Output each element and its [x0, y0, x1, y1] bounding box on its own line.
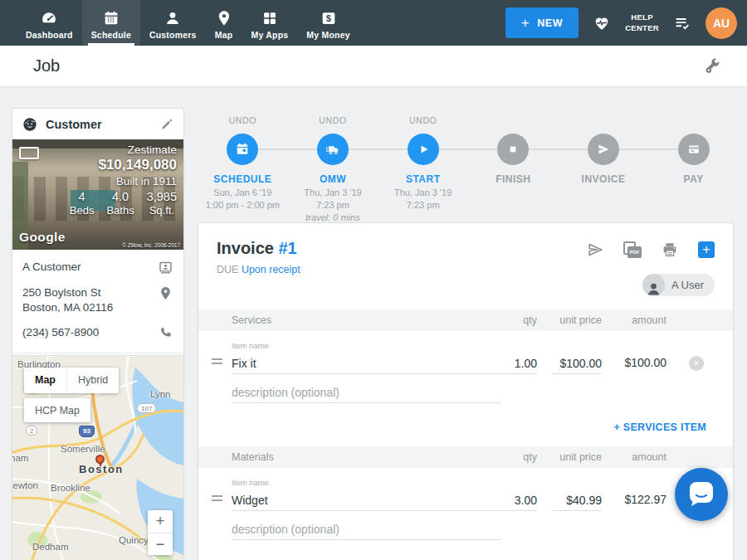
- nav-item-schedule[interactable]: Schedule: [82, 0, 140, 46]
- customer-phone: (234) 567-8900: [22, 325, 99, 340]
- send-invoice-icon[interactable]: [586, 241, 604, 259]
- service-qty-input[interactable]: [487, 353, 537, 374]
- service-item-name-input[interactable]: [232, 353, 487, 374]
- help-center-link[interactable]: HELP CENTER: [625, 12, 659, 33]
- job-tools-icon[interactable]: [702, 56, 722, 76]
- route-badge-2: 2: [26, 426, 37, 436]
- add-services-item-link[interactable]: + SERVICES ITEM: [613, 421, 706, 433]
- unit-price-column-header: unit price: [537, 314, 602, 326]
- chat-icon: [687, 480, 715, 509]
- undo-omw-link[interactable]: UNDO: [319, 115, 346, 127]
- undo-start-link[interactable]: UNDO: [409, 115, 437, 127]
- service-description-input[interactable]: [232, 382, 500, 403]
- nav-item-dashboard[interactable]: Dashboard: [17, 0, 82, 46]
- zillow-copyright: © Zillow, Inc. 2006-2017: [122, 242, 180, 248]
- drag-handle-icon[interactable]: [212, 493, 232, 511]
- customer-phone-row: (234) 567-8900: [22, 325, 173, 341]
- zoom-out-button[interactable]: −: [148, 533, 173, 555]
- service-unit-price-input[interactable]: [552, 353, 602, 374]
- map-place-brookline: Brookline: [51, 483, 90, 493]
- material-item-name-input[interactable]: [232, 490, 487, 511]
- sqft-value: 3,985: [147, 190, 177, 203]
- baths-value: 4.0: [106, 190, 134, 203]
- map-type-hybrid-button[interactable]: Hybrid: [66, 368, 119, 393]
- assigned-user-chip[interactable]: A User: [642, 274, 715, 296]
- qty-column-header: qty: [487, 451, 537, 463]
- baths-label: Baths: [106, 204, 134, 217]
- interstate-shield-93: 93: [79, 426, 95, 437]
- map-widget[interactable]: Burlington Lynn 107 2 93 Somerville ham …: [12, 355, 184, 560]
- nav-item-my-apps[interactable]: My Apps: [242, 0, 298, 46]
- add-invoice-item-button[interactable]: +: [698, 241, 715, 258]
- edit-pencil-icon[interactable]: [160, 117, 174, 131]
- nav-label: Map: [215, 30, 233, 40]
- nav-item-my-money[interactable]: $ My Money: [297, 0, 359, 46]
- apps-grid-icon: [261, 9, 279, 27]
- due-terms-link[interactable]: Upon receipt: [242, 264, 300, 275]
- job-progress-steps: UNDO SCHEDULE Sun, Jan 6 '19 1:00 pm - 2…: [198, 115, 739, 222]
- phone-icon[interactable]: [158, 325, 173, 341]
- activity-feed-icon[interactable]: [673, 14, 691, 32]
- invoice-card: Invoice #1 DUE Upon receipt PDF + A User: [198, 222, 734, 560]
- invoice-send-icon[interactable]: [588, 134, 619, 165]
- material-qty-input[interactable]: [487, 490, 537, 511]
- step-date: Sun, Jan 6 '19: [213, 187, 271, 197]
- schedule-icon: [102, 9, 120, 27]
- nav-label: Dashboard: [26, 30, 73, 40]
- step-label: OMW: [320, 173, 346, 185]
- hcp-map-button[interactable]: HCP Map: [24, 398, 90, 422]
- finish-stop-icon[interactable]: [497, 134, 529, 165]
- material-unit-price-input[interactable]: [552, 490, 602, 511]
- contact-card-icon[interactable]: [158, 260, 173, 275]
- property-stats: 4 Beds 4.0 Baths 3,985 Sq.ft.: [70, 190, 177, 217]
- baths-stat: 4.0 Baths: [106, 190, 134, 217]
- step-label: PAY: [684, 173, 704, 185]
- health-heart-icon[interactable]: [593, 14, 611, 32]
- schedule-step-icon[interactable]: [227, 134, 258, 165]
- nav-item-customers[interactable]: Customers: [140, 0, 206, 46]
- drag-handle-icon[interactable]: [212, 356, 232, 374]
- built-year: Built in 1911: [70, 175, 177, 187]
- customer-card-title: Customer: [46, 118, 153, 131]
- map-type-map-button[interactable]: Map: [24, 368, 66, 393]
- material-description-input[interactable]: [232, 519, 500, 540]
- services-section-header: Services qty unit price amount: [198, 309, 733, 331]
- customer-card-header: Customer: [12, 109, 183, 139]
- assigned-user-name: A User: [671, 279, 704, 291]
- remove-item-icon[interactable]: ×: [689, 356, 704, 371]
- undo-schedule-link[interactable]: UNDO: [229, 115, 256, 127]
- step-label: START: [406, 173, 441, 185]
- customer-details: A Customer 250 Boylston St Boston, MA 02…: [12, 250, 183, 353]
- map-place-dedham: Dedham: [32, 542, 68, 552]
- invoice-header: Invoice #1 DUE Upon receipt PDF + A User: [198, 223, 733, 309]
- step-schedule: UNDO SCHEDULE Sun, Jan 6 '19 1:00 pm - 2…: [198, 115, 288, 222]
- property-photo[interactable]: Zestimate $10,149,080 Built in 1911 4 Be…: [12, 139, 183, 250]
- start-play-icon[interactable]: [408, 134, 439, 165]
- pdf-icon[interactable]: PDF: [623, 241, 642, 258]
- main-nav: Dashboard Schedule Customers Map My Apps: [17, 0, 359, 46]
- pay-card-icon[interactable]: [678, 134, 710, 165]
- invoice-number: #1: [278, 239, 296, 257]
- map-place-quincy: Quincy: [119, 535, 149, 545]
- invoice-due: DUE Upon receipt: [217, 264, 715, 275]
- page-title: Job: [33, 56, 60, 75]
- user-avatar[interactable]: AU: [706, 7, 737, 39]
- chat-bubble-button[interactable]: [675, 468, 728, 521]
- pdf-icon-label: PDF: [627, 246, 642, 258]
- new-button[interactable]: + NEW: [505, 7, 579, 38]
- service-amount: $100.00: [602, 356, 666, 374]
- map-place-somerville: Somerville: [61, 444, 105, 454]
- step-time: 7:23 pm: [316, 200, 349, 210]
- material-description-row: [198, 511, 733, 540]
- unit-price-column-header: unit price: [537, 451, 602, 463]
- amount-column-header: amount: [602, 451, 666, 463]
- step-time: 7:23 pm: [407, 200, 440, 210]
- user-silhouette-icon: [642, 274, 665, 296]
- omw-truck-icon[interactable]: [317, 134, 349, 165]
- print-icon[interactable]: [661, 241, 679, 259]
- zoom-in-button[interactable]: +: [148, 510, 173, 533]
- nav-label: Schedule: [91, 30, 131, 40]
- step-pay: PAY: [648, 115, 739, 222]
- location-pin-icon[interactable]: [158, 285, 173, 301]
- nav-item-map[interactable]: Map: [206, 0, 242, 46]
